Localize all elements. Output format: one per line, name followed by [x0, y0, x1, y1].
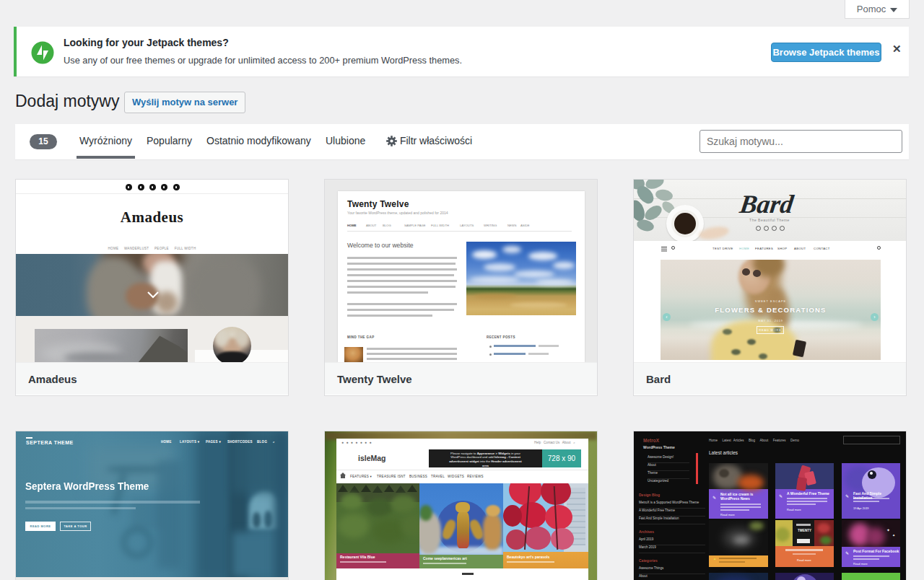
svg-text:Bard: Bard [737, 190, 796, 219]
